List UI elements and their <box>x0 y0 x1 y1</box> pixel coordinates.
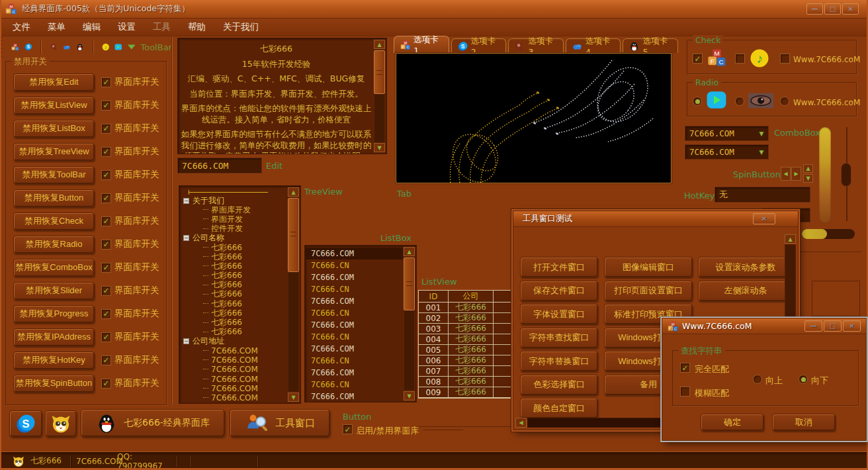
minimize-button[interactable]: — <box>806 3 823 15</box>
disable-restore-button[interactable]: 禁用恢复ToolBar <box>13 166 95 184</box>
disable-restore-button[interactable]: 禁用恢复IPAddress <box>13 328 95 346</box>
tab[interactable]: 选项卡4 <box>566 38 621 53</box>
ui-lib-switch-checkbox[interactable] <box>101 124 111 134</box>
scrollbar-thumb[interactable] <box>374 50 385 94</box>
tab[interactable]: S 选项卡2 <box>451 38 507 53</box>
listbox-item[interactable]: 7C666.COM <box>306 367 403 379</box>
chevron-down-icon[interactable]: ▼ <box>755 126 768 140</box>
tree-item[interactable]: − 公司地址 <box>183 337 284 346</box>
tree-item[interactable]: − 7C666.COM <box>183 346 284 355</box>
listbox-item[interactable]: 7C666.COM <box>306 271 403 283</box>
disable-restore-button[interactable]: 禁用恢复SpinButton <box>13 375 95 393</box>
tab[interactable]: 选项卡5 <box>623 38 678 53</box>
toolbar-icon[interactable] <box>76 40 84 54</box>
menu-item[interactable]: 工具 <box>144 21 179 33</box>
scroll-up-icon[interactable]: ▲ <box>404 247 415 256</box>
ui-lib-switch-checkbox[interactable] <box>101 216 111 226</box>
listbox-item[interactable]: 7C666.COM <box>306 295 403 307</box>
disable-restore-button[interactable]: 禁用恢复HotKey <box>13 352 95 369</box>
radio-3[interactable] <box>780 97 789 106</box>
tool-dialog-button[interactable]: 左侧滚动条 <box>698 281 793 301</box>
ui-lib-switch-checkbox[interactable] <box>101 286 111 296</box>
toolbar-icon[interactable] <box>50 40 58 54</box>
close-button[interactable]: ✕ <box>843 320 861 332</box>
tool-dialog-button[interactable]: 字符串替换窗口 <box>520 351 598 371</box>
toolbar-icon[interactable]: ♪ <box>102 40 110 54</box>
disable-restore-button[interactable]: 禁用恢复ComboBox <box>13 259 95 277</box>
scroll-down-icon[interactable]: ▼ <box>288 393 299 402</box>
maximize-button[interactable]: □ <box>824 320 842 332</box>
maximize-button[interactable]: □ <box>824 3 841 15</box>
tim-cat-button[interactable] <box>45 410 77 437</box>
ui-lib-switch-checkbox[interactable] <box>101 77 111 87</box>
radio-2[interactable] <box>735 97 744 106</box>
scrollbar-thumb[interactable] <box>404 258 415 310</box>
cancel-button[interactable]: 取消 <box>772 414 836 431</box>
listbox-item[interactable]: 7C666.COM <box>306 343 403 355</box>
combobox-1[interactable]: 7C666.COM ▼ <box>685 126 769 141</box>
tree-item[interactable]: − 7C666.COM <box>183 393 284 402</box>
scroll-up-icon[interactable]: ▲ <box>374 40 385 49</box>
toolbar-icon[interactable]: MFC <box>11 40 19 54</box>
spin-right-icon[interactable]: ▶ <box>791 167 801 181</box>
exact-match-checkbox[interactable] <box>680 363 690 373</box>
tool-window-button[interactable]: 工具窗口 <box>230 409 330 437</box>
direction-down-radio[interactable] <box>799 375 808 384</box>
tool-dialog-button[interactable]: 图像编辑窗口 <box>604 257 693 277</box>
enable-ui-checkbox[interactable] <box>343 424 353 434</box>
slider-thumb[interactable] <box>841 163 851 187</box>
radio-1[interactable] <box>693 97 702 106</box>
minimize-button[interactable]: — <box>804 320 822 332</box>
menu-item[interactable]: 设置 <box>109 21 144 33</box>
toolbar-icon[interactable] <box>114 40 122 54</box>
scroll-down-icon[interactable]: ▼ <box>404 391 415 400</box>
tool-dialog-button[interactable]: 打印页面设置窗口 <box>604 281 693 301</box>
scroll-left-icon[interactable]: ◀ <box>515 418 527 428</box>
tab[interactable]: 选项卡3 <box>508 38 564 53</box>
ui-lib-switch-checkbox[interactable] <box>101 263 111 273</box>
tree-item[interactable]: − 7C666.COM <box>183 365 284 374</box>
ui-lib-switch-checkbox[interactable] <box>101 170 111 180</box>
listbox-item[interactable]: 7C666.CN <box>306 355 403 367</box>
close-button[interactable]: ✕ <box>842 3 859 15</box>
spin-down-icon[interactable]: ▼ <box>803 174 813 183</box>
hotkey-field[interactable]: 无 <box>715 187 810 203</box>
tool-dialog-button[interactable]: 保存文件窗口 <box>520 281 598 301</box>
direction-up-radio[interactable] <box>753 375 762 384</box>
menu-item[interactable]: 关于我们 <box>214 21 267 33</box>
scrollbar-thumb[interactable] <box>288 198 299 272</box>
disable-restore-button[interactable]: 禁用恢复Progress <box>13 305 95 323</box>
tree-item[interactable]: − 7C666.COM <box>183 375 284 384</box>
tool-dialog-button[interactable]: 字体设置窗口 <box>520 304 598 324</box>
ui-lib-switch-checkbox[interactable] <box>101 240 111 250</box>
disable-restore-button[interactable]: 禁用恢复Button <box>13 189 95 207</box>
ui-lib-switch-checkbox[interactable] <box>101 147 111 157</box>
listbox-item[interactable]: 7C666.CN <box>306 259 403 271</box>
listbox-item[interactable]: 7C666.CN <box>306 307 403 319</box>
disable-restore-button[interactable]: 禁用恢复ListView <box>13 97 95 115</box>
scroll-down-icon[interactable]: ▼ <box>374 143 385 152</box>
tool-dialog-button[interactable]: 字符串查找窗口 <box>520 328 598 348</box>
disable-restore-button[interactable]: 禁用恢复Edit <box>13 73 95 91</box>
ui-lib-switch-checkbox[interactable] <box>101 101 111 111</box>
ui-lib-switch-checkbox[interactable] <box>101 193 111 203</box>
ui-lib-switch-checkbox[interactable] <box>101 355 111 365</box>
menu-item[interactable]: 帮助 <box>179 21 214 33</box>
spin-left-icon[interactable]: ◀ <box>781 167 791 181</box>
menu-item[interactable]: 菜单 <box>39 21 74 33</box>
listbox-item[interactable]: 7C666.CN <box>306 283 403 295</box>
skype-button[interactable]: S <box>9 410 42 437</box>
scroll-up-icon[interactable]: ▲ <box>785 234 796 244</box>
tree-item[interactable]: − 7C666.COM <box>183 384 284 393</box>
check-1[interactable] <box>693 54 703 64</box>
disable-restore-button[interactable]: 禁用恢复TreeView <box>13 143 95 161</box>
tool-dialog-button[interactable]: 色彩选择窗口 <box>520 375 598 395</box>
ui-lib-switch-checkbox[interactable] <box>101 309 111 319</box>
ui-lib-switch-checkbox[interactable] <box>101 379 111 389</box>
listbox-item[interactable]: 7C666.COM <box>306 248 403 259</box>
listbox-item[interactable]: 7C666.CN <box>306 379 403 391</box>
fuzzy-match-checkbox[interactable] <box>680 387 690 397</box>
spin-up-icon[interactable]: ▲ <box>803 164 813 173</box>
toolbar-icon[interactable]: S <box>24 40 32 54</box>
listbox-item[interactable]: 7C666.COM <box>306 319 403 331</box>
